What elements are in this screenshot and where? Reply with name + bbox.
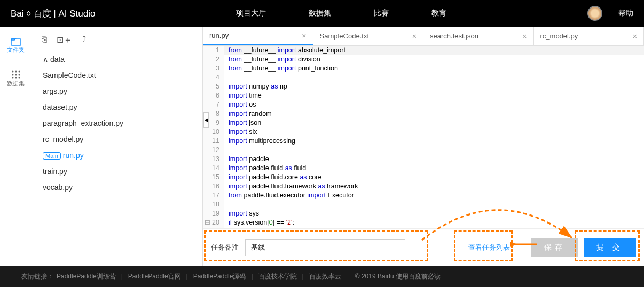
tree-item[interactable]: args.py: [40, 83, 194, 99]
svg-point-1: [12, 71, 13, 73]
footer-link[interactable]: PaddlePaddle官网: [128, 273, 181, 280]
footer: 友情链接： PaddlePaddle训练营|PaddlePaddle官网|Pad…: [0, 266, 644, 287]
collapse-handle[interactable]: ◀: [203, 112, 209, 128]
svg-point-6: [18, 74, 20, 76]
new-file-icon[interactable]: ⎘: [42, 35, 47, 46]
close-icon[interactable]: ×: [522, 32, 527, 41]
tree-main-file[interactable]: Mainrun.py: [40, 147, 194, 163]
remark-input[interactable]: [245, 239, 405, 256]
svg-point-7: [12, 77, 13, 79]
svg-point-3: [18, 71, 20, 73]
tree-item[interactable]: train.py: [40, 163, 194, 179]
sidebar-dataset[interactable]: 数据集: [7, 70, 25, 87]
header: Baiᇰ百度 | AI Studio 项目大厅数据集比赛教育 帮助: [0, 0, 644, 27]
new-folder-icon[interactable]: ⊡＋: [57, 35, 72, 46]
close-icon[interactable]: ×: [412, 32, 417, 41]
nav-item[interactable]: 教育: [431, 9, 446, 18]
close-icon[interactable]: ×: [633, 32, 637, 41]
editor-tab[interactable]: rc_model.py×: [534, 27, 645, 45]
footer-link[interactable]: PaddlePaddle训练营: [57, 273, 116, 280]
editor-tab[interactable]: search.test.json×: [423, 27, 534, 45]
footer-label: 友情链接：: [21, 272, 53, 281]
footer-copyright: © 2019 Baidu 使用百度前必读: [355, 272, 441, 281]
save-button[interactable]: 保存: [531, 238, 578, 257]
editor-tab[interactable]: SampleCode.txt×: [313, 27, 424, 45]
footer-link[interactable]: PaddlePaddle源码: [193, 273, 246, 280]
nav-item[interactable]: 比赛: [374, 9, 389, 18]
tree-tail-files: train.pyvocab.py: [40, 163, 194, 195]
svg-point-5: [15, 74, 17, 76]
tree-item[interactable]: rc_model.py: [40, 131, 194, 147]
bottom-bar: 任务备注 查看任务列表 保存 提 交: [203, 228, 644, 266]
tree-files: SampleCode.txtargs.pydataset.pyparagraph…: [40, 67, 194, 147]
editor-tabs: run.py×SampleCode.txt×search.test.json×r…: [203, 27, 644, 46]
tree-item[interactable]: SampleCode.txt: [40, 67, 194, 83]
tree-item[interactable]: dataset.py: [40, 99, 194, 115]
filetree-toolbar: ⎘ ⊡＋ ⤴: [40, 32, 194, 51]
main-nav: 项目大厅数据集比赛教育: [95, 9, 587, 18]
left-sidebar: 文件夹 数据集: [0, 27, 32, 266]
view-tasks-link[interactable]: 查看任务列表: [468, 243, 510, 252]
nav-item[interactable]: 数据集: [309, 9, 331, 18]
help-link[interactable]: 帮助: [618, 9, 633, 18]
footer-link[interactable]: 百度效率云: [309, 273, 341, 280]
tree-item[interactable]: vocab.py: [40, 179, 194, 195]
svg-point-8: [15, 77, 17, 79]
editor-tab[interactable]: run.py×: [203, 27, 313, 45]
submit-button[interactable]: 提 交: [584, 238, 636, 257]
avatar[interactable]: [587, 6, 602, 21]
footer-links: PaddlePaddle训练营|PaddlePaddle官网|PaddlePad…: [53, 272, 344, 281]
logo: Baiᇰ百度 | AI Studio: [11, 7, 95, 20]
remark-label: 任务备注: [211, 243, 239, 252]
tree-item[interactable]: paragraph_extraction.py: [40, 115, 194, 131]
svg-point-9: [18, 77, 20, 79]
folder-icon: [11, 37, 21, 46]
tree-folder-data[interactable]: ∧ data: [40, 51, 194, 67]
file-tree: ⎘ ⊡＋ ⤴ ∧ data SampleCode.txtargs.pydatas…: [32, 27, 203, 266]
nav-item[interactable]: 项目大厅: [236, 9, 266, 18]
svg-point-4: [12, 74, 13, 76]
upload-icon[interactable]: ⤴: [82, 35, 86, 46]
svg-point-2: [15, 71, 17, 73]
close-icon[interactable]: ×: [302, 31, 306, 40]
footer-link[interactable]: 百度技术学院: [258, 273, 297, 280]
sidebar-files[interactable]: 文件夹: [7, 37, 25, 54]
main-tag: Main: [43, 152, 61, 160]
dataset-icon: [11, 70, 21, 79]
